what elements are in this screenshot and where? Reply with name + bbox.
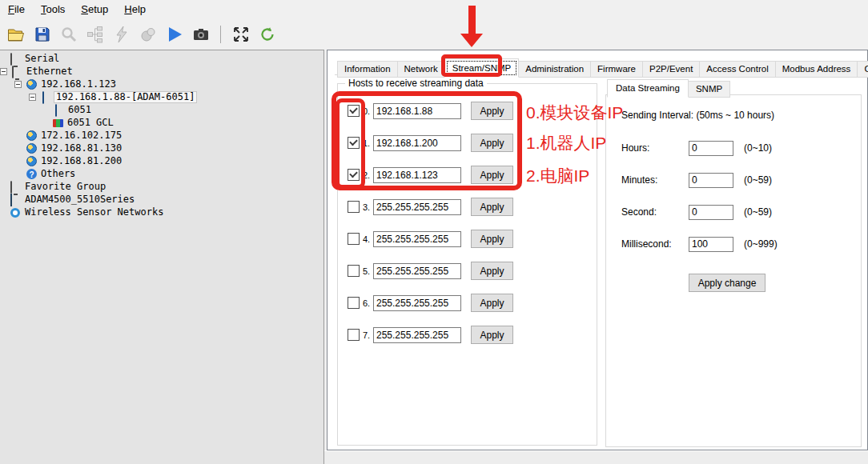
tab-network[interactable]: Network (397, 61, 445, 78)
play-icon[interactable] (163, 24, 185, 46)
expander-minus-icon[interactable] (0, 68, 7, 75)
tree-item-192-168-1-88-adam-6051[interactable]: 192.168.1.88-[ADAM-6051] (0, 91, 323, 104)
host-row-4: 4.Apply (348, 230, 513, 248)
menu-bar: FileToolsSetupHelp (0, 0, 868, 19)
minutes-input[interactable] (689, 173, 733, 188)
menu-tools[interactable]: Tools (33, 0, 73, 19)
apply-button-2[interactable]: Apply (471, 166, 513, 184)
tab-administration[interactable]: Administration (518, 61, 591, 78)
host-index-label: 4. (363, 234, 373, 244)
tree-item-172-16-102-175[interactable]: 172.16.102.175 (0, 130, 323, 142)
tree-item-label: ADAM4500_5510Series (23, 194, 136, 205)
host-checkbox-0[interactable] (348, 105, 360, 117)
expand-icon[interactable] (230, 24, 251, 46)
host-ip-input-3[interactable] (373, 199, 461, 215)
host-ip-input-5[interactable] (373, 263, 461, 279)
tree-item-192-168-81-200[interactable]: 192.168.81.200 (0, 155, 323, 168)
camera-icon[interactable] (190, 24, 211, 46)
tree-item-label: 192.168.1.123 (39, 79, 118, 90)
expander-minus-icon[interactable] (14, 81, 22, 88)
host-checkbox-3[interactable] (348, 201, 360, 213)
host-ip-input-1[interactable] (373, 135, 461, 151)
tab-cloud[interactable]: Cloud (857, 61, 868, 78)
tree-item-6051[interactable]: 6051 (0, 104, 323, 117)
field-label: Hours: (621, 142, 689, 154)
menu-file[interactable]: File (0, 0, 33, 19)
host-ip-input-6[interactable] (373, 295, 461, 311)
hours-input[interactable] (689, 141, 733, 156)
millisecond-input[interactable] (689, 237, 733, 252)
host-index-label: 5. (363, 266, 373, 276)
host-checkbox-7[interactable] (348, 329, 360, 341)
interval-row-second: Second:(0~59) (621, 204, 778, 220)
host-ip-input-2[interactable] (373, 167, 461, 183)
host-index-label: 0. (363, 106, 373, 116)
menu-help[interactable]: Help (116, 0, 154, 19)
host-row-5: 5.Apply (348, 262, 513, 280)
device-tree: SerialEthernet192.168.1.123192.168.1.88-… (0, 50, 324, 464)
stream-icon (137, 24, 159, 46)
adam-utility-window: FileToolsSetupHelp SerialEthernet192.168… (0, 0, 868, 464)
apply-button-6[interactable]: Apply (471, 294, 513, 312)
sending-interval-label: Sending Interval: (50ms ~ 10 hours) (621, 110, 774, 121)
hosts-groupbox: Hosts to receive streaming data 0.Apply1… (337, 83, 597, 446)
tab-information[interactable]: Information (337, 61, 398, 78)
menu-setup[interactable]: Setup (73, 0, 116, 19)
hosts-groupbox-title: Hosts to receive streaming data (345, 78, 487, 89)
open-folder-icon[interactable] (5, 24, 26, 46)
apply-button-4[interactable]: Apply (471, 230, 513, 248)
adam4500-icon (10, 194, 12, 206)
sub-tab-snmp[interactable]: SNMP (688, 81, 730, 98)
host-ip-input-7[interactable] (373, 327, 461, 343)
tree-item-label: Serial (23, 54, 61, 64)
tree-item-wireless-sensor-networks[interactable]: Wireless Sensor Networks (0, 206, 323, 219)
host-checkbox-2[interactable] (348, 169, 360, 181)
tab-modbus-address[interactable]: Modbus Address (775, 61, 858, 78)
host-list: 0.Apply1.Apply2.Apply3.Apply4.Apply5.App… (348, 102, 513, 344)
tree-item-others[interactable]: Others (0, 168, 323, 181)
main-panel: InformationNetworkStream/SNMPAdministrat… (327, 50, 868, 450)
tree-item-favorite-group[interactable]: Favorite Group (0, 181, 323, 194)
tree-item-label: Favorite Group (23, 182, 107, 192)
apply-change-button[interactable]: Apply change (689, 274, 766, 292)
lightning-icon (111, 24, 132, 46)
apply-button-1[interactable]: Apply (471, 134, 513, 152)
tab-stream-snmp[interactable]: Stream/SNMP (444, 58, 520, 78)
second-input[interactable] (689, 205, 733, 220)
globe-icon (26, 130, 37, 141)
interval-row-millisecond: Millisecond:(0~999) (621, 236, 778, 252)
host-checkbox-4[interactable] (348, 233, 360, 245)
tree-item-6051-gcl[interactable]: 6051 GCL (0, 117, 323, 130)
tree-item-label: 192.168.81.130 (39, 143, 123, 154)
expander-minus-icon[interactable] (29, 94, 36, 101)
refresh-icon[interactable] (256, 24, 278, 46)
apply-button-0[interactable]: Apply (471, 102, 513, 120)
save-icon[interactable] (31, 24, 53, 46)
host-row-3: 3.Apply (348, 198, 513, 216)
status-strip (324, 450, 868, 464)
field-label: Minutes: (621, 174, 689, 186)
apply-button-3[interactable]: Apply (471, 198, 513, 216)
serial-monitor-icon (10, 53, 12, 66)
sub-tab-data-streaming[interactable]: Data Streaming (607, 79, 689, 98)
favorite-icon (10, 181, 12, 194)
tree-item-serial[interactable]: Serial (0, 53, 323, 66)
tab-firmware[interactable]: Firmware (590, 61, 643, 78)
tree-item-192-168-1-123[interactable]: 192.168.1.123 (0, 78, 323, 91)
module-icon (42, 91, 44, 104)
host-checkbox-6[interactable] (348, 297, 360, 309)
field-range-label: (0~59) (744, 174, 772, 186)
tab-p2p-event[interactable]: P2P/Event (642, 61, 700, 78)
tree-item-ethernet[interactable]: Ethernet (0, 66, 323, 78)
tab-access-control[interactable]: Access Control (699, 61, 775, 78)
apply-button-7[interactable]: Apply (471, 326, 513, 344)
apply-button-5[interactable]: Apply (471, 262, 513, 280)
host-checkbox-1[interactable] (348, 137, 360, 149)
host-ip-input-0[interactable] (373, 103, 461, 119)
tree-item-adam4500-5510series[interactable]: ADAM4500_5510Series (0, 194, 323, 206)
host-checkbox-5[interactable] (348, 265, 360, 277)
tree-item-label: 192.168.81.200 (39, 156, 123, 166)
host-ip-input-4[interactable] (373, 231, 461, 247)
tree-item-192-168-81-130[interactable]: 192.168.81.130 (0, 142, 323, 155)
globe-icon (26, 156, 37, 166)
